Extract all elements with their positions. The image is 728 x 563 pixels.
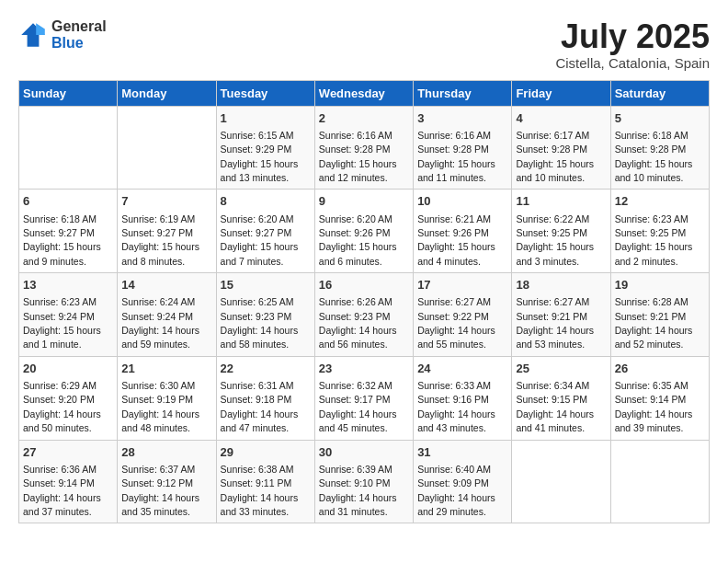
weekday-header-row: SundayMondayTuesdayWednesdayThursdayFrid…	[19, 80, 710, 106]
month-year: July 2025	[555, 18, 710, 55]
cell-info: Sunrise: 6:35 AMSunset: 9:14 PMDaylight:…	[615, 380, 693, 433]
day-number: 20	[23, 361, 113, 377]
day-number: 7	[121, 193, 211, 210]
cell-info: Sunrise: 6:16 AMSunset: 9:28 PMDaylight:…	[417, 130, 495, 183]
cell-info: Sunrise: 6:19 AMSunset: 9:27 PMDaylight:…	[121, 213, 199, 267]
calendar-cell: 16Sunrise: 6:26 AMSunset: 9:23 PMDayligh…	[314, 273, 413, 357]
cell-info: Sunrise: 6:21 AMSunset: 9:26 PMDaylight:…	[417, 213, 495, 267]
day-number: 17	[417, 277, 507, 293]
calendar-cell: 10Sunrise: 6:21 AMSunset: 9:26 PMDayligh…	[414, 190, 512, 273]
calendar-cell: 12Sunrise: 6:23 AMSunset: 9:25 PMDayligh…	[610, 190, 709, 273]
day-number: 26	[615, 361, 705, 377]
day-number: 30	[319, 444, 409, 461]
cell-info: Sunrise: 6:27 AMSunset: 9:21 PMDaylight:…	[516, 296, 594, 350]
weekday-header-tuesday: Tuesday	[216, 80, 314, 106]
logo-general: General	[51, 18, 107, 35]
calendar-cell	[610, 440, 709, 523]
day-number: 10	[417, 193, 507, 210]
cell-info: Sunrise: 6:16 AMSunset: 9:28 PMDaylight:…	[319, 130, 397, 183]
calendar-cell	[118, 106, 216, 190]
calendar-cell: 28Sunrise: 6:37 AMSunset: 9:12 PMDayligh…	[118, 440, 216, 523]
calendar-week-row: 6Sunrise: 6:18 AMSunset: 9:27 PMDaylight…	[19, 190, 710, 273]
logo-blue: Blue	[51, 35, 107, 52]
day-number: 21	[121, 361, 211, 377]
day-number: 12	[615, 193, 705, 210]
day-number: 6	[23, 193, 113, 210]
cell-info: Sunrise: 6:26 AMSunset: 9:23 PMDaylight:…	[319, 296, 397, 350]
cell-info: Sunrise: 6:20 AMSunset: 9:27 PMDaylight:…	[221, 213, 299, 267]
cell-info: Sunrise: 6:32 AMSunset: 9:17 PMDaylight:…	[319, 380, 397, 433]
logo-icon	[18, 20, 48, 50]
calendar-cell: 19Sunrise: 6:28 AMSunset: 9:21 PMDayligh…	[610, 273, 709, 357]
calendar-cell: 26Sunrise: 6:35 AMSunset: 9:14 PMDayligh…	[610, 356, 709, 440]
day-number: 1	[221, 110, 311, 127]
cell-info: Sunrise: 6:28 AMSunset: 9:21 PMDaylight:…	[615, 296, 693, 350]
day-number: 14	[121, 277, 211, 293]
cell-info: Sunrise: 6:33 AMSunset: 9:16 PMDaylight:…	[417, 380, 495, 433]
cell-info: Sunrise: 6:38 AMSunset: 9:11 PMDaylight:…	[221, 464, 299, 517]
calendar-cell	[512, 440, 610, 523]
day-number: 15	[221, 277, 311, 293]
day-number: 4	[516, 110, 606, 127]
calendar-cell: 9Sunrise: 6:20 AMSunset: 9:26 PMDaylight…	[314, 190, 413, 273]
cell-info: Sunrise: 6:23 AMSunset: 9:25 PMDaylight:…	[615, 213, 693, 267]
calendar-cell: 11Sunrise: 6:22 AMSunset: 9:25 PMDayligh…	[512, 190, 610, 273]
day-number: 22	[221, 361, 311, 377]
cell-info: Sunrise: 6:36 AMSunset: 9:14 PMDaylight:…	[23, 464, 101, 517]
calendar-cell: 7Sunrise: 6:19 AMSunset: 9:27 PMDaylight…	[118, 190, 216, 273]
cell-info: Sunrise: 6:23 AMSunset: 9:24 PMDaylight:…	[23, 296, 101, 350]
calendar-cell: 5Sunrise: 6:18 AMSunset: 9:28 PMDaylight…	[610, 106, 709, 190]
day-number: 18	[516, 277, 606, 293]
calendar-cell: 8Sunrise: 6:20 AMSunset: 9:27 PMDaylight…	[216, 190, 314, 273]
title-block: July 2025 Cistella, Catalonia, Spain	[555, 18, 710, 71]
weekday-header-monday: Monday	[118, 80, 216, 106]
cell-info: Sunrise: 6:18 AMSunset: 9:28 PMDaylight:…	[615, 130, 693, 183]
calendar-cell: 2Sunrise: 6:16 AMSunset: 9:28 PMDaylight…	[314, 106, 413, 190]
day-number: 5	[615, 110, 705, 127]
day-number: 2	[319, 110, 409, 127]
calendar-cell: 1Sunrise: 6:15 AMSunset: 9:29 PMDaylight…	[216, 106, 314, 190]
cell-info: Sunrise: 6:24 AMSunset: 9:24 PMDaylight:…	[121, 296, 199, 350]
calendar-cell: 30Sunrise: 6:39 AMSunset: 9:10 PMDayligh…	[314, 440, 413, 523]
calendar-cell: 25Sunrise: 6:34 AMSunset: 9:15 PMDayligh…	[512, 356, 610, 440]
logo-text: General Blue	[51, 18, 107, 51]
day-number: 27	[23, 444, 113, 461]
day-number: 16	[319, 277, 409, 293]
cell-info: Sunrise: 6:40 AMSunset: 9:09 PMDaylight:…	[417, 464, 495, 517]
calendar-cell: 24Sunrise: 6:33 AMSunset: 9:16 PMDayligh…	[414, 356, 512, 440]
cell-info: Sunrise: 6:39 AMSunset: 9:10 PMDaylight:…	[319, 464, 397, 517]
weekday-header-thursday: Thursday	[414, 80, 512, 106]
calendar-week-row: 20Sunrise: 6:29 AMSunset: 9:20 PMDayligh…	[19, 356, 710, 440]
calendar-table: SundayMondayTuesdayWednesdayThursdayFrid…	[18, 80, 710, 524]
weekday-header-sunday: Sunday	[19, 80, 118, 106]
cell-info: Sunrise: 6:31 AMSunset: 9:18 PMDaylight:…	[221, 380, 299, 433]
calendar-cell: 13Sunrise: 6:23 AMSunset: 9:24 PMDayligh…	[19, 273, 118, 357]
logo: General Blue	[18, 18, 107, 51]
calendar-cell	[19, 106, 118, 190]
day-number: 11	[516, 193, 606, 210]
calendar-cell: 21Sunrise: 6:30 AMSunset: 9:19 PMDayligh…	[118, 356, 216, 440]
weekday-header-wednesday: Wednesday	[314, 80, 413, 106]
calendar-week-row: 27Sunrise: 6:36 AMSunset: 9:14 PMDayligh…	[19, 440, 710, 523]
cell-info: Sunrise: 6:20 AMSunset: 9:26 PMDaylight:…	[319, 213, 397, 267]
cell-info: Sunrise: 6:37 AMSunset: 9:12 PMDaylight:…	[121, 464, 199, 517]
cell-info: Sunrise: 6:15 AMSunset: 9:29 PMDaylight:…	[221, 130, 299, 183]
calendar-cell: 29Sunrise: 6:38 AMSunset: 9:11 PMDayligh…	[216, 440, 314, 523]
location: Cistella, Catalonia, Spain	[555, 55, 710, 71]
calendar-cell: 4Sunrise: 6:17 AMSunset: 9:28 PMDaylight…	[512, 106, 610, 190]
calendar-cell: 31Sunrise: 6:40 AMSunset: 9:09 PMDayligh…	[414, 440, 512, 523]
cell-info: Sunrise: 6:27 AMSunset: 9:22 PMDaylight:…	[417, 296, 495, 350]
cell-info: Sunrise: 6:29 AMSunset: 9:20 PMDaylight:…	[23, 380, 101, 433]
calendar-cell: 23Sunrise: 6:32 AMSunset: 9:17 PMDayligh…	[314, 356, 413, 440]
page-header: General Blue July 2025 Cistella, Catalon…	[18, 18, 710, 71]
calendar-week-row: 1Sunrise: 6:15 AMSunset: 9:29 PMDaylight…	[19, 106, 710, 190]
calendar-cell: 15Sunrise: 6:25 AMSunset: 9:23 PMDayligh…	[216, 273, 314, 357]
day-number: 25	[516, 361, 606, 377]
weekday-header-saturday: Saturday	[610, 80, 709, 106]
svg-marker-1	[36, 23, 45, 35]
cell-info: Sunrise: 6:17 AMSunset: 9:28 PMDaylight:…	[516, 130, 594, 183]
calendar-cell: 27Sunrise: 6:36 AMSunset: 9:14 PMDayligh…	[19, 440, 118, 523]
day-number: 9	[319, 193, 409, 210]
calendar-week-row: 13Sunrise: 6:23 AMSunset: 9:24 PMDayligh…	[19, 273, 710, 357]
weekday-header-friday: Friday	[512, 80, 610, 106]
